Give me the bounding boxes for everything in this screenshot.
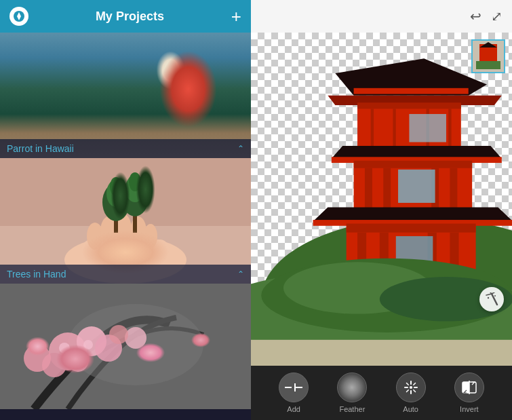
expand-button[interactable]: ⤢ [491, 8, 503, 24]
svg-rect-44 [354, 88, 469, 94]
svg-line-80 [486, 294, 492, 295]
svg-line-79 [492, 294, 497, 305]
page-title: My Projects [96, 9, 164, 24]
invert-tool-icon [454, 373, 484, 402]
svg-line-93 [406, 390, 408, 392]
right-panel: ↩ ⤢ [251, 0, 512, 420]
svg-point-21 [102, 183, 130, 221]
left-panel: My Projects + [0, 0, 251, 420]
auto-tool-icon [396, 373, 426, 402]
svg-point-36 [68, 351, 88, 372]
feather-tool-icon [337, 373, 367, 402]
bottom-toolbar: Add Feather Auto [251, 366, 512, 420]
svg-point-33 [95, 335, 122, 362]
project-list: Parrot in Hawaii ⌃ [0, 33, 251, 420]
svg-line-92 [413, 383, 415, 385]
auto-tool[interactable]: Auto [396, 373, 426, 413]
svg-point-34 [125, 327, 146, 349]
add-tool-icon [279, 373, 309, 402]
svg-rect-74 [251, 340, 512, 366]
svg-point-25 [121, 178, 149, 216]
svg-point-29 [68, 304, 203, 385]
svg-marker-53 [332, 146, 502, 159]
svg-rect-52 [409, 114, 446, 142]
svg-point-31 [77, 326, 106, 356]
project-item-parrot[interactable]: Parrot in Hawaii ⌃ [0, 33, 251, 158]
canvas-area [251, 33, 512, 366]
project-label-parrot: Parrot in Hawaii ⌃ [0, 139, 251, 158]
svg-point-7 [131, 72, 194, 150]
svg-rect-65 [347, 224, 476, 233]
svg-rect-60 [450, 168, 457, 209]
magic-wand-button[interactable] [479, 287, 504, 311]
svg-point-83 [488, 297, 489, 299]
svg-point-38 [59, 343, 70, 354]
svg-rect-47 [357, 103, 461, 109]
svg-point-17 [115, 214, 132, 245]
right-header: ↩ ⤢ [251, 0, 512, 33]
svg-point-32 [42, 353, 66, 377]
svg-rect-58 [383, 168, 391, 209]
thumbnail-image [473, 41, 504, 72]
undo-button[interactable]: ↩ [470, 8, 481, 24]
svg-point-27 [129, 172, 141, 191]
svg-point-9 [176, 63, 182, 70]
svg-rect-78 [476, 61, 500, 69]
svg-point-30 [49, 332, 87, 370]
feather-tool-label: Feather [339, 405, 365, 413]
svg-point-16 [100, 216, 117, 246]
svg-point-18 [130, 216, 146, 246]
cherry-thumbnail [0, 284, 251, 409]
project-label-trees: Trees in Hand ⌃ [0, 265, 251, 284]
svg-rect-61 [398, 170, 435, 203]
chevron-up-icon-2: ⌃ [237, 269, 244, 279]
svg-point-26 [125, 175, 144, 202]
svg-point-35 [24, 345, 51, 372]
svg-line-90 [406, 383, 408, 385]
svg-rect-56 [354, 161, 473, 168]
svg-point-15 [87, 223, 103, 250]
left-header: My Projects + [0, 0, 251, 33]
svg-rect-24 [133, 209, 137, 233]
svg-point-37 [109, 325, 128, 344]
svg-point-19 [144, 224, 157, 248]
svg-point-10 [178, 64, 182, 69]
svg-point-85 [410, 386, 412, 389]
feather-tool[interactable]: Feather [337, 373, 367, 413]
svg-point-39 [83, 340, 93, 349]
project-item-cherry[interactable] [0, 284, 251, 409]
project-item-trees[interactable]: Trees in Hand ⌃ [0, 158, 251, 284]
add-tool-label: Add [287, 405, 300, 413]
svg-point-84 [494, 295, 496, 297]
svg-line-91 [413, 390, 415, 392]
add-tool[interactable]: Add [279, 373, 309, 413]
chevron-up-icon: ⌃ [237, 144, 244, 153]
svg-point-23 [110, 177, 122, 196]
auto-tool-label: Auto [403, 405, 418, 413]
invert-tool[interactable]: Invert [454, 373, 484, 413]
project-thumbnail[interactable] [471, 39, 505, 73]
svg-marker-62 [313, 208, 512, 222]
svg-point-8 [163, 51, 203, 89]
svg-point-6 [146, 56, 214, 145]
minus-icon [285, 387, 292, 388]
plus-vertical-icon [294, 383, 296, 392]
svg-rect-20 [114, 212, 118, 233]
app-logo [9, 7, 28, 26]
svg-point-22 [106, 180, 125, 207]
add-project-button[interactable]: + [231, 7, 241, 25]
svg-rect-28 [0, 284, 251, 409]
invert-tool-label: Invert [460, 405, 479, 413]
svg-rect-57 [365, 168, 372, 209]
